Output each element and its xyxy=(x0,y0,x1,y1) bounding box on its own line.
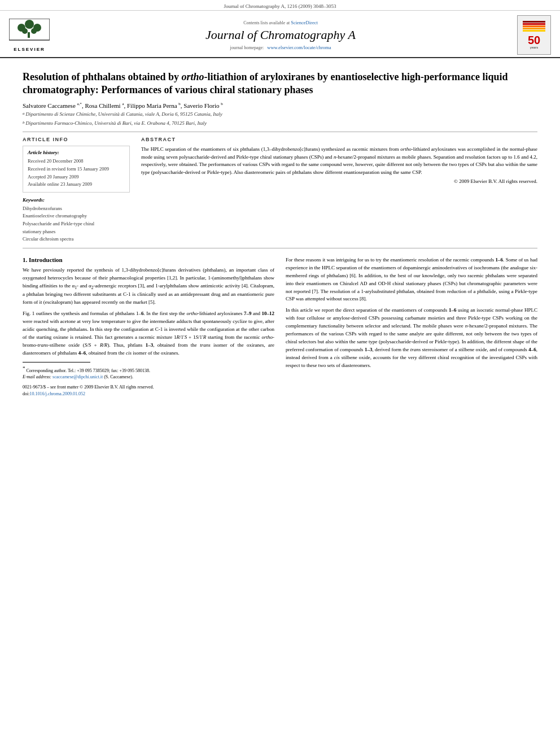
elsevier-wordmark: ELSEVIER xyxy=(14,47,45,52)
affiliation-a: a Dipartimento di Scienze Chimiche, Univ… xyxy=(23,111,537,119)
abstract-col: ABSTRACT The HPLC separation of the enan… xyxy=(141,137,537,243)
intro-para-2: Fig. 1 outlines the synthesis and formul… xyxy=(23,310,274,357)
doi-link[interactable]: 10.1016/j.chroma.2009.01.052 xyxy=(29,391,85,396)
homepage-label: journal homepage: xyxy=(230,45,264,50)
history-accepted: Accepted 20 January 2009 xyxy=(28,173,125,181)
sciencedirect-line: Contents lists available at ScienceDirec… xyxy=(50,20,511,25)
article-title: Resolution of phthalans obtained by orth… xyxy=(23,71,537,97)
right-para-1: For these reasons it was intriguing for … xyxy=(286,256,537,304)
issn-line: 0021-9673/$ – see front matter © 2009 El… xyxy=(23,384,274,391)
main-content: Resolution of phthalans obtained by orth… xyxy=(0,58,560,402)
body-left: 1. Introduction We have previously repor… xyxy=(23,256,274,396)
page-wrapper: Journal of Chromatography A, 1216 (2009)… xyxy=(0,0,560,747)
article-info-label: ARTICLE INFO xyxy=(23,137,130,142)
sciencedirect-label: Contents lists available at xyxy=(243,20,290,25)
issn-text: 0021-9673/$ – see front matter © 2009 El… xyxy=(23,385,154,390)
history-online: Available online 23 January 2009 xyxy=(28,181,125,189)
affil-super-b: b xyxy=(23,120,25,126)
history-revised: Received in revised form 15 January 2009 xyxy=(28,165,125,173)
history-title: Article history: xyxy=(28,150,125,155)
elsevier-svg xyxy=(9,19,50,47)
logo-stripes xyxy=(523,21,545,32)
abstract-text: The HPLC separation of the enantiomers o… xyxy=(141,146,537,176)
authors-line: Salvatore Caccamese a,*, Rosa Chillemi a… xyxy=(23,102,537,109)
journal-logo-box: 50 years xyxy=(517,15,551,55)
intro-title: 1. Introduction xyxy=(23,256,274,263)
abstract-label: ABSTRACT xyxy=(141,137,537,142)
svg-point-5 xyxy=(22,28,28,34)
section-number: 1. xyxy=(23,256,27,263)
divider-1 xyxy=(23,132,537,132)
footnote-corresponding: * Corresponding author. Tel.: +39 095 73… xyxy=(23,365,274,374)
keyword-5: Circular dichroism spectra xyxy=(23,235,130,243)
history-received: Received 20 December 2008 xyxy=(28,158,125,165)
doi-label: doi: xyxy=(23,391,29,396)
intro-para-1: We have previously reported the synthesi… xyxy=(23,267,274,307)
body-right: For these reasons it was intriguing for … xyxy=(286,256,537,396)
logo-number: 50 xyxy=(528,34,540,46)
keywords-title: Keywords: xyxy=(23,197,130,203)
homepage-line: journal homepage: www.elsevier.com/locat… xyxy=(50,45,511,50)
journal-center: Contents lists available at ScienceDirec… xyxy=(50,20,511,50)
footnote-divider xyxy=(23,362,90,362)
svg-rect-1 xyxy=(28,32,30,38)
affiliations: a Dipartimento di Scienze Chimiche, Univ… xyxy=(23,111,537,127)
keywords-section: Keywords: Dihydrobenzofurans Enantiosele… xyxy=(23,197,130,243)
affil-text-a: Dipartimento di Scienze Chimiche, Univer… xyxy=(26,111,222,119)
body-content: 1. Introduction We have previously repor… xyxy=(23,256,537,396)
keyword-1: Dihydrobenzofurans xyxy=(23,205,130,213)
affil-text-b: Dipartimento Farmaco-Chimico, Università… xyxy=(26,120,207,128)
sciencedirect-link[interactable]: ScienceDirect xyxy=(291,20,318,25)
footnote-star: * xyxy=(23,365,25,371)
doi-line: doi:10.1016/j.chroma.2009.01.052 xyxy=(23,391,274,396)
copyright-line: © 2009 Elsevier B.V. All rights reserved… xyxy=(141,178,537,184)
divider-2 xyxy=(23,248,537,248)
right-para-2: In this article we report the direct sep… xyxy=(286,307,537,370)
citation-bar: Journal of Chromatography A, 1216 (2009)… xyxy=(0,0,560,11)
affiliation-b: b Dipartimento Farmaco-Chimico, Universi… xyxy=(23,120,537,128)
email-link[interactable]: scaccamese@dipchi.unict.it xyxy=(53,374,103,379)
journal-logo-right: 50 years xyxy=(511,15,551,55)
logo-sub: years xyxy=(530,46,539,49)
svg-point-6 xyxy=(31,28,37,34)
citation-text: Journal of Chromatography A, 1216 (2009)… xyxy=(224,3,336,9)
info-abstract-section: ARTICLE INFO Article history: Received 2… xyxy=(23,137,537,243)
journal-header: ELSEVIER Contents lists available at Sci… xyxy=(0,11,560,58)
elsevier-logo: ELSEVIER xyxy=(9,19,50,52)
keyword-4: stationary phases xyxy=(23,228,130,236)
keyword-2: Enantioselective chromatography xyxy=(23,212,130,220)
article-info-col: ARTICLE INFO Article history: Received 2… xyxy=(23,137,130,243)
keyword-3: Polysaccharide and Pirkle-type chiral xyxy=(23,220,130,228)
svg-point-3 xyxy=(25,20,34,29)
footnote-email: E-mail address: scaccamese@dipchi.unict.… xyxy=(23,374,274,381)
article-history-box: Article history: Received 20 December 20… xyxy=(23,146,130,192)
elsevier-emblem: ELSEVIER xyxy=(9,19,50,52)
journal-title-main: Journal of Chromatography A xyxy=(50,28,511,42)
affil-super-a: a xyxy=(23,111,25,117)
homepage-link[interactable]: www.elsevier.com/locate/chroma xyxy=(267,45,331,50)
